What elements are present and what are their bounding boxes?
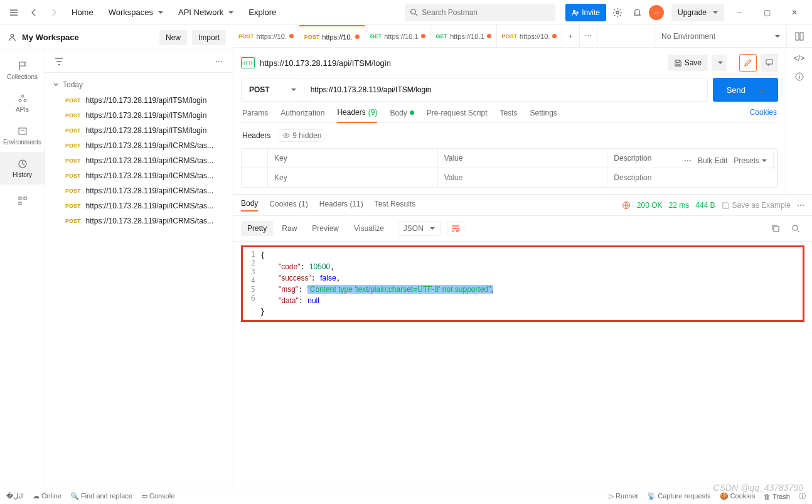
unsaved-dot: [487, 34, 491, 38]
rail-collections[interactable]: Collections: [0, 54, 45, 87]
sb-runner[interactable]: ▷ Runner: [609, 492, 638, 500]
rail-more[interactable]: [0, 185, 45, 217]
back-icon[interactable]: [25, 4, 43, 21]
history-item[interactable]: POSThttps://10.173.28.119/api/ICRMS/tas.…: [45, 198, 233, 213]
method-select[interactable]: POST: [241, 78, 304, 102]
mode-visualize[interactable]: Visualize: [348, 221, 390, 236]
tab-settings[interactable]: Settings: [530, 108, 557, 122]
history-item[interactable]: POSThttps://10.173.28.119/api/ICRMS/tas.…: [45, 153, 233, 168]
history-item[interactable]: POSThttps://10.173.28.119/api/ITSM/login: [45, 123, 233, 138]
nav-workspaces[interactable]: Workspaces: [102, 4, 169, 21]
request-tab[interactable]: POSThttps://10.: [233, 25, 299, 47]
rail-environments[interactable]: Environments: [0, 119, 45, 152]
tab-params[interactable]: Params: [242, 108, 268, 122]
sb-capture[interactable]: 📡 Capture requests: [647, 492, 710, 500]
col-more[interactable]: ⋯: [684, 156, 692, 165]
search-response-icon[interactable]: [787, 220, 804, 237]
comment-icon[interactable]: [761, 54, 778, 72]
request-tab[interactable]: GEThttps://10.1: [365, 25, 431, 47]
history-item[interactable]: POSThttps://10.173.28.119/api/ICRMS/tas.…: [45, 213, 233, 228]
filter-icon[interactable]: [50, 53, 68, 70]
col-value: Value: [438, 149, 608, 168]
request-tab[interactable]: POSThttps://10.: [497, 25, 563, 47]
resp-tab-body[interactable]: Body: [241, 199, 258, 212]
history-item[interactable]: POSThttps://10.173.28.119/api/ICRMS/tas.…: [45, 138, 233, 153]
more-icon[interactable]: ⋯: [210, 53, 228, 70]
copy-icon[interactable]: [767, 220, 784, 237]
presets[interactable]: Presets: [734, 156, 767, 165]
edit-icon[interactable]: [739, 54, 757, 72]
save-dropdown[interactable]: [712, 55, 727, 71]
tab-headers[interactable]: Headers (9): [337, 108, 377, 123]
sb-cookies[interactable]: 🍪 Cookies: [720, 492, 756, 500]
sb-find[interactable]: 🔍 Find and replace: [70, 492, 132, 500]
history-group-today[interactable]: Today: [45, 77, 233, 93]
window-maximize[interactable]: ▢: [754, 4, 779, 21]
hidden-toggle[interactable]: 9 hidden: [277, 129, 327, 142]
import-button[interactable]: Import: [192, 30, 226, 45]
tab-tests[interactable]: Tests: [499, 108, 517, 122]
svg-point-18: [799, 74, 800, 75]
window-minimize[interactable]: ─: [727, 4, 752, 21]
key-input[interactable]: [274, 173, 431, 182]
hamburger-icon[interactable]: [5, 4, 23, 21]
sb-trash[interactable]: 🗑 Trash: [764, 493, 790, 500]
mode-preview[interactable]: Preview: [306, 221, 345, 236]
request-tab[interactable]: POSThttps://10.: [299, 25, 365, 47]
http-badge: HTTP: [241, 57, 255, 68]
mode-raw[interactable]: Raw: [275, 221, 303, 236]
add-tab-button[interactable]: ＋: [562, 25, 580, 47]
save-button[interactable]: Save: [668, 55, 708, 71]
code-icon[interactable]: </>: [794, 54, 804, 63]
sb-console[interactable]: ▭ Console: [141, 492, 174, 500]
mode-pretty[interactable]: Pretty: [241, 221, 273, 236]
history-item[interactable]: POSThttps://10.173.28.119/api/ICRMS/tas.…: [45, 168, 233, 183]
rail-history[interactable]: History: [0, 152, 45, 185]
send-button[interactable]: Send: [713, 78, 778, 102]
forward-icon[interactable]: [45, 4, 63, 21]
history-item[interactable]: POSThttps://10.173.28.119/api/ITSM/login: [45, 108, 233, 123]
format-select[interactable]: JSON: [398, 221, 441, 236]
env-side-icon[interactable]: [787, 25, 812, 47]
search-input[interactable]: [422, 8, 550, 17]
tab-auth[interactable]: Authorization: [280, 108, 324, 122]
nav-explore[interactable]: Explore: [242, 4, 282, 21]
sb-online[interactable]: ☁ Online: [33, 492, 61, 500]
resp-tab-headers[interactable]: Headers (11): [319, 200, 363, 211]
nav-api-network[interactable]: API Network: [172, 4, 240, 21]
workspace-title[interactable]: My Workspace: [8, 33, 154, 42]
sb-sync-icon[interactable]: �التل: [6, 492, 24, 500]
nav-home[interactable]: Home: [65, 4, 100, 21]
rail-apis[interactable]: APIs: [0, 87, 45, 119]
svg-point-0: [411, 9, 416, 14]
tab-prerequest[interactable]: Pre-request Script: [427, 108, 488, 122]
tab-overflow-button[interactable]: ⋯: [580, 25, 597, 47]
wrap-icon[interactable]: [447, 222, 464, 235]
desc-input[interactable]: [614, 173, 771, 182]
resp-tab-tests[interactable]: Test Results: [375, 200, 415, 211]
tab-body[interactable]: Body: [390, 108, 414, 122]
svg-rect-10: [19, 197, 21, 200]
global-search[interactable]: [405, 4, 555, 21]
save-as-example[interactable]: Save as Example: [722, 201, 791, 210]
sb-help[interactable]: ⓘ: [799, 491, 806, 501]
avatar[interactable]: [649, 5, 664, 20]
value-input[interactable]: [444, 173, 601, 182]
new-button[interactable]: New: [159, 30, 187, 45]
info-icon[interactable]: [794, 72, 804, 82]
cookies-link[interactable]: Cookies: [750, 108, 777, 122]
history-item[interactable]: POSThttps://10.173.28.119/api/ITSM/login: [45, 93, 233, 108]
upgrade-button[interactable]: Upgrade: [671, 4, 724, 21]
request-area: HTTP https://10.173.28.119/api/ITSM/logi…: [233, 48, 812, 195]
resp-more[interactable]: ⋯: [797, 201, 804, 210]
invite-button[interactable]: Invite: [565, 4, 606, 21]
resp-tab-cookies[interactable]: Cookies (1): [269, 200, 307, 211]
request-tab[interactable]: GEThttps://10.1: [431, 25, 497, 47]
window-close[interactable]: ✕: [782, 4, 807, 21]
url-input[interactable]: [304, 78, 708, 102]
gear-icon[interactable]: [609, 4, 626, 21]
bulk-edit[interactable]: Bulk Edit: [698, 156, 727, 165]
environment-select[interactable]: No Environment: [655, 25, 787, 47]
history-item[interactable]: POSThttps://10.173.28.119/api/ICRMS/tas.…: [45, 183, 233, 198]
bell-icon[interactable]: [629, 4, 646, 21]
